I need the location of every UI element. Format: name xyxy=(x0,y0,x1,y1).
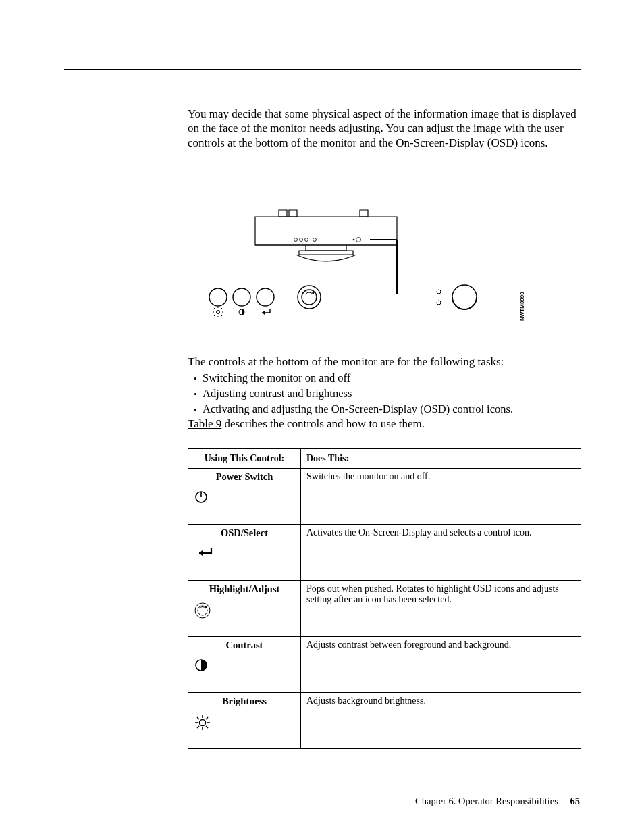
header-rule xyxy=(64,69,581,70)
svg-point-24 xyxy=(437,301,441,305)
table-row: Power Switch Switches the monitor on and… xyxy=(188,469,581,525)
control-cell-brightness: Brightness xyxy=(188,693,301,749)
svg-point-0 xyxy=(294,238,298,242)
control-desc: Switches the monitor on and off. xyxy=(301,469,581,525)
intro-paragraph: You may decide that some physical aspect… xyxy=(188,107,581,150)
list-item: Activating and adjusting the On-Screen-D… xyxy=(201,402,581,417)
figure-id-label: NWTM0990 xyxy=(519,280,525,321)
svg-point-5 xyxy=(353,239,354,240)
control-cell-highlight: Highlight/Adjust xyxy=(188,581,301,637)
svg-point-18 xyxy=(233,288,250,306)
control-label: Highlight/Adjust xyxy=(194,583,295,595)
table-row: Highlight/Adjust Pops out when pushed. R… xyxy=(188,581,581,637)
list-item: Adjusting contrast and brightness xyxy=(201,387,581,401)
control-label: Brightness xyxy=(194,696,295,707)
svg-point-31 xyxy=(200,720,206,726)
footer-chapter-text: Chapter 6. Operator Responsibilities xyxy=(415,796,558,806)
page-footer: Chapter 6. Operator Responsibilities 65 xyxy=(415,796,580,807)
controls-intro-text: The controls at the bottom of the monito… xyxy=(188,355,504,368)
control-desc: Pops out when pushed. Rotates to highlig… xyxy=(301,581,581,637)
svg-point-20 xyxy=(257,288,274,306)
controls-tasks-block: The controls at the bottom of the monito… xyxy=(188,355,581,417)
control-label: OSD/Select xyxy=(194,527,295,539)
svg-point-9 xyxy=(217,311,220,314)
svg-line-17 xyxy=(221,315,222,316)
control-desc: Adjusts background brightness. xyxy=(301,693,581,749)
svg-point-8 xyxy=(209,288,227,306)
svg-line-37 xyxy=(206,726,208,728)
table-header-row: Using This Control: Does This: xyxy=(188,449,581,469)
table-row: OSD/Select Activates the On-Screen-Displ… xyxy=(188,525,581,581)
col-header-control: Using This Control: xyxy=(188,449,301,469)
document-page: You may decide that some physical aspect… xyxy=(0,0,644,834)
monitor-controls-table: Using This Control: Does This: Power Swi… xyxy=(188,448,581,749)
col-header-does: Does This: xyxy=(301,449,581,469)
contrast-icon xyxy=(194,658,295,673)
table-ref-text: describes the controls and how to use th… xyxy=(221,417,425,430)
svg-point-28 xyxy=(195,603,210,618)
power-icon xyxy=(194,490,295,504)
svg-line-36 xyxy=(197,717,199,719)
svg-line-38 xyxy=(197,726,199,728)
svg-point-22 xyxy=(302,290,317,305)
svg-point-23 xyxy=(437,290,441,294)
svg-point-1 xyxy=(300,238,303,242)
controls-tasks-list: Switching the monitor on and off Adjusti… xyxy=(188,371,581,416)
control-label: Power Switch xyxy=(194,471,295,483)
svg-line-16 xyxy=(214,315,215,316)
monitor-controls-figure: NWTM0990 xyxy=(188,206,525,328)
list-item: Switching the monitor on and off xyxy=(201,371,581,386)
svg-point-4 xyxy=(356,238,361,242)
brightness-icon xyxy=(194,714,295,731)
svg-line-39 xyxy=(206,717,208,719)
table-row: Contrast Adjusts contrast between foregr… xyxy=(188,637,581,693)
control-cell-osd: OSD/Select xyxy=(188,525,301,581)
svg-point-3 xyxy=(313,238,317,242)
control-cell-contrast: Contrast xyxy=(188,637,301,693)
table-row: Brightness Adjusts background brightness… xyxy=(188,693,581,749)
table-9-link[interactable]: Table 9 xyxy=(188,417,221,430)
svg-point-2 xyxy=(305,238,308,242)
control-cell-power: Power Switch xyxy=(188,469,301,525)
enter-icon xyxy=(194,546,295,559)
control-desc: Activates the On-Screen-Display and sele… xyxy=(301,525,581,581)
control-label: Contrast xyxy=(194,640,295,651)
monitor-svg xyxy=(188,206,525,328)
control-desc: Adjusts contrast between foreground and … xyxy=(301,637,581,693)
footer-page-number: 65 xyxy=(570,796,581,806)
svg-line-14 xyxy=(214,308,215,309)
table-reference-line: Table 9 describes the controls and how t… xyxy=(188,417,581,431)
svg-line-15 xyxy=(221,308,222,309)
svg-point-21 xyxy=(298,286,321,309)
rotate-knob-icon xyxy=(194,602,295,619)
